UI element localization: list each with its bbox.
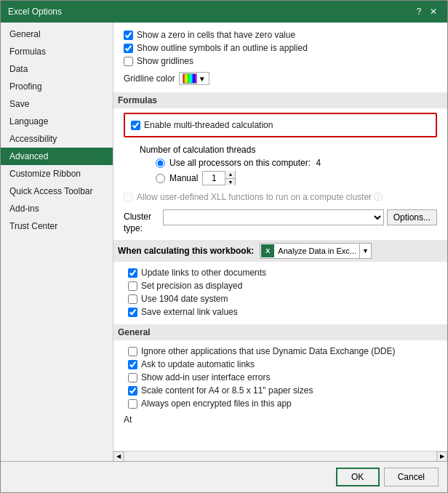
- dialog-title: Excel Options: [8, 7, 62, 17]
- sidebar-item-advanced[interactable]: Advanced: [1, 148, 113, 165]
- when-calc-label: When calculating this workbook:: [118, 246, 254, 256]
- label-1904: Use 1904 date system: [141, 294, 228, 304]
- label-manual: Manual: [169, 173, 198, 183]
- at-row: At: [124, 414, 437, 425]
- opt-row-addin-errors: Show add-in user interface errors: [128, 371, 437, 384]
- opt-row-dde: Ignore other applications that use Dynam…: [128, 345, 437, 358]
- general-options-group: Ignore other applications that use Dynam…: [124, 345, 437, 410]
- checkbox-addin-errors[interactable]: [128, 373, 137, 382]
- scroll-track[interactable]: [124, 452, 437, 461]
- radio-manual[interactable]: [156, 174, 165, 183]
- option-row-gridlines: Show gridlines: [124, 55, 437, 68]
- thread-spinner[interactable]: ▲ ▼: [202, 171, 236, 185]
- sidebar: GeneralFormulasDataProofingSaveLanguageA…: [1, 23, 113, 461]
- scroll-left-button[interactable]: ◀: [113, 452, 124, 462]
- sidebar-item-save[interactable]: Save: [1, 95, 113, 113]
- workbook-name: Analyze Data in Exc...: [275, 246, 359, 255]
- help-button[interactable]: ?: [412, 5, 425, 18]
- workbook-dropdown[interactable]: X Analyze Data in Exc... ▼: [260, 243, 372, 259]
- label-gridlines: Show gridlines: [137, 56, 193, 66]
- scroll-area[interactable]: Show a zero in cells that have zero valu…: [113, 23, 447, 451]
- checkbox-gridlines[interactable]: [124, 57, 133, 66]
- label-xll: Allow user-defined XLL functions to run …: [137, 191, 383, 204]
- general-section-label: General: [118, 327, 151, 337]
- horizontal-scrollbar[interactable]: ◀ ▶: [113, 451, 447, 461]
- cluster-label: Cluster type:: [124, 209, 159, 234]
- workbook-dropdown-arrow: ▼: [359, 244, 371, 258]
- ok-button[interactable]: OK: [336, 468, 380, 486]
- excel-options-dialog: Excel Options ? ✕ GeneralFormulasDataPro…: [0, 0, 448, 493]
- spinner-down-button[interactable]: ▼: [225, 179, 235, 186]
- num-threads-label: Number of calculation threads: [140, 145, 255, 155]
- cancel-button[interactable]: Cancel: [384, 468, 439, 486]
- checkbox-outline[interactable]: [124, 44, 133, 53]
- main-content: Show a zero in cells that have zero valu…: [113, 23, 447, 461]
- checkbox-update-links[interactable]: [128, 268, 137, 278]
- opt-row-scale: Scale content for A4 or 8.5 x 11" paper …: [128, 384, 437, 397]
- checkbox-save-links[interactable]: [128, 308, 137, 317]
- checkbox-1904[interactable]: [128, 294, 137, 304]
- label-zero-value: Show a zero in cells that have zero valu…: [137, 30, 295, 40]
- spinner-buttons: ▲ ▼: [225, 171, 235, 185]
- sidebar-item-customize-ribbon[interactable]: Customize Ribbon: [1, 165, 113, 183]
- label-multithreaded: Enable multi-threaded calculation: [144, 120, 273, 130]
- gridline-color-picker[interactable]: ▼: [179, 72, 209, 85]
- opt-row-save-links: Save external link values: [128, 305, 437, 318]
- thread-count-input[interactable]: [203, 172, 225, 185]
- checkbox-encrypted[interactable]: [128, 399, 137, 409]
- checkbox-xll[interactable]: [124, 193, 133, 202]
- manual-threads-row: Manual ▲ ▼: [156, 169, 437, 187]
- title-bar-controls: ? ✕: [412, 5, 440, 18]
- cluster-row: Cluster type: Options...: [124, 209, 437, 234]
- sidebar-item-accessibility[interactable]: Accessibility: [1, 130, 113, 148]
- spinner-up-button[interactable]: ▲: [225, 171, 235, 179]
- sidebar-item-proofing[interactable]: Proofing: [1, 78, 113, 95]
- title-bar: Excel Options ? ✕: [1, 1, 447, 23]
- label-dde: Ignore other applications that use Dynam…: [141, 346, 396, 356]
- sidebar-item-add-ins[interactable]: Add-ins: [1, 200, 113, 217]
- sidebar-item-language[interactable]: Language: [1, 113, 113, 130]
- sidebar-item-formulas[interactable]: Formulas: [1, 43, 113, 60]
- opt-row-encrypted: Always open encrypted files in this app: [128, 397, 437, 410]
- checkbox-dde[interactable]: [128, 347, 137, 356]
- close-button[interactable]: ✕: [427, 5, 440, 18]
- label-outline: Show outline symbols if an outline is ap…: [137, 43, 308, 53]
- info-icon[interactable]: ⓘ: [374, 192, 383, 202]
- processor-count: 4: [316, 158, 321, 168]
- num-threads-section: Number of calculation threads Use all pr…: [140, 143, 437, 187]
- excel-icon: X: [261, 244, 274, 257]
- color-swatch: [183, 73, 197, 84]
- formulas-section-label: Formulas: [118, 95, 157, 105]
- formulas-section-box: Enable multi-threaded calculation: [124, 113, 437, 137]
- general-section-header: General: [113, 324, 447, 340]
- enable-multithreaded-row: Enable multi-threaded calculation: [131, 119, 430, 132]
- sidebar-item-data[interactable]: Data: [1, 60, 113, 78]
- radio-all-processors[interactable]: [156, 159, 165, 168]
- checkbox-precision[interactable]: [128, 281, 137, 291]
- label-auto-links: Ask to update automatic links: [141, 359, 255, 369]
- scroll-right-button[interactable]: ▶: [437, 452, 447, 462]
- sidebar-item-quick-access-toolbar[interactable]: Quick Access Toolbar: [1, 183, 113, 200]
- option-row-outline: Show outline symbols if an outline is ap…: [124, 41, 437, 55]
- option-row-zero: Show a zero in cells that have zero valu…: [124, 28, 437, 41]
- checkbox-auto-links[interactable]: [128, 360, 137, 369]
- formulas-section-header: Formulas: [113, 92, 447, 108]
- sidebar-item-trust-center[interactable]: Trust Center: [1, 217, 113, 235]
- options-button[interactable]: Options...: [387, 209, 437, 225]
- opt-row-update-links: Update links to other documents: [128, 266, 437, 279]
- sidebar-item-general[interactable]: General: [1, 25, 113, 43]
- checkbox-multithreaded[interactable]: [131, 121, 140, 130]
- checkbox-zero-value[interactable]: [124, 31, 133, 40]
- cluster-type-select[interactable]: [163, 209, 384, 225]
- opt-row-1904: Use 1904 date system: [128, 292, 437, 305]
- num-threads-label-row: Number of calculation threads: [140, 143, 437, 156]
- use-all-processors-row: Use all processors on this computer: 4: [156, 156, 437, 169]
- opt-row-auto-links: Ask to update automatic links: [128, 358, 437, 371]
- label-update-links: Update links to other documents: [141, 268, 266, 278]
- checkbox-scale[interactable]: [128, 386, 137, 396]
- label-save-links: Save external link values: [141, 307, 238, 317]
- when-calc-row: When calculating this workbook: X Analyz…: [113, 240, 447, 262]
- label-all-processors: Use all processors on this computer: 4: [169, 158, 321, 168]
- content-area: GeneralFormulasDataProofingSaveLanguageA…: [1, 23, 447, 461]
- bottom-bar: OK Cancel: [1, 461, 447, 492]
